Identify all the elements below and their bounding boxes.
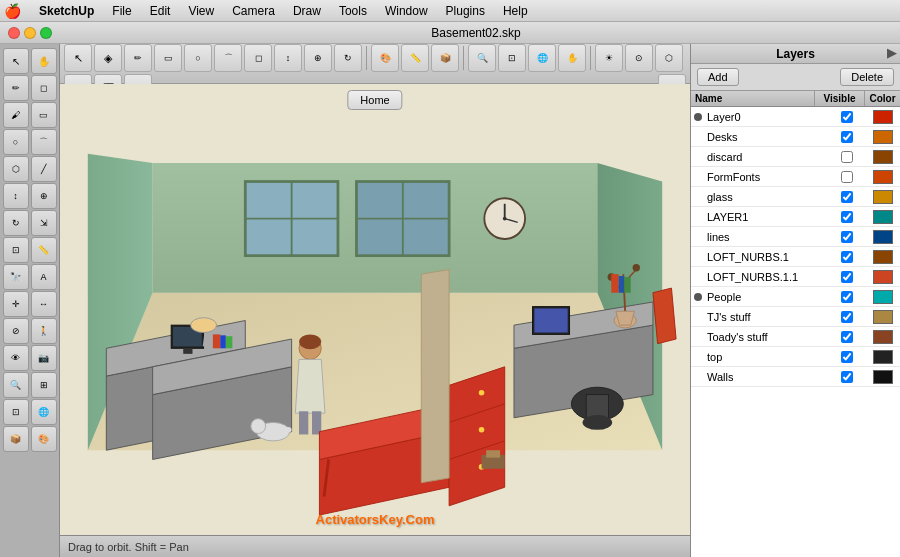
zoom-extents-tool[interactable]: ⊡ (3, 399, 29, 425)
add-layer-button[interactable]: Add (697, 68, 739, 86)
pan-tool[interactable]: ✋ (31, 48, 57, 74)
tb-orbit[interactable]: 🌐 (528, 44, 556, 72)
menu-edit[interactable]: Edit (142, 2, 179, 20)
text-tool[interactable]: A (31, 264, 57, 290)
layer-color-swatch[interactable] (865, 190, 900, 204)
tb-erase[interactable]: ◻ (244, 44, 272, 72)
layer-row[interactable]: LOFT_NURBS.1.1 (691, 267, 900, 287)
maximize-button[interactable] (40, 27, 52, 39)
layer-row[interactable]: TJ's stuff (691, 307, 900, 327)
tb-pan[interactable]: ✋ (558, 44, 586, 72)
zoom-tool[interactable]: 🔍 (3, 372, 29, 398)
layer-visibility-checkbox[interactable] (829, 171, 865, 183)
rotate-tool[interactable]: ↻ (3, 210, 29, 236)
layer-color-swatch[interactable] (865, 230, 900, 244)
layer-row[interactable]: discard (691, 147, 900, 167)
position-camera-tool[interactable]: 📷 (31, 345, 57, 371)
component-tool[interactable]: 📦 (3, 426, 29, 452)
layer-color-swatch[interactable] (865, 290, 900, 304)
layer-color-swatch[interactable] (865, 330, 900, 344)
layer-row[interactable]: Walls (691, 367, 900, 387)
tb-move[interactable]: ⊕ (304, 44, 332, 72)
layer-row[interactable]: People (691, 287, 900, 307)
tb-rect[interactable]: ▭ (154, 44, 182, 72)
layer-visibility-checkbox[interactable] (829, 251, 865, 263)
walk-tool[interactable]: 🚶 (31, 318, 57, 344)
tb-shadow[interactable]: ☀ (595, 44, 623, 72)
material-tool[interactable]: 🎨 (31, 426, 57, 452)
layer-visibility-checkbox[interactable] (829, 211, 865, 223)
tb-circle[interactable]: ○ (184, 44, 212, 72)
layer-row[interactable]: FormFonts (691, 167, 900, 187)
viewport[interactable]: Home (60, 84, 690, 557)
tb-make-component[interactable]: ◈ (94, 44, 122, 72)
menu-window[interactable]: Window (377, 2, 436, 20)
tb-paint[interactable]: 🎨 (371, 44, 399, 72)
tb-wireframe[interactable]: ⬡ (655, 44, 683, 72)
push-pull-tool[interactable]: ↕ (3, 183, 29, 209)
layer-color-swatch[interactable] (865, 170, 900, 184)
line-tool[interactable]: ╱ (31, 156, 57, 182)
tb-xray[interactable]: ⊙ (625, 44, 653, 72)
layer-color-swatch[interactable] (865, 130, 900, 144)
layer-row[interactable]: top (691, 347, 900, 367)
paint-tool[interactable]: 🖌 (3, 102, 29, 128)
protractor-tool[interactable]: 🔭 (3, 264, 29, 290)
layer-color-swatch[interactable] (865, 250, 900, 264)
layer-row[interactable]: Desks (691, 127, 900, 147)
select-tool[interactable]: ↖ (3, 48, 29, 74)
layer-visibility-checkbox[interactable] (829, 131, 865, 143)
pencil-tool[interactable]: ✏ (3, 75, 29, 101)
tb-tape[interactable]: 📏 (401, 44, 429, 72)
dim-tool[interactable]: ↔ (31, 291, 57, 317)
rect-tool[interactable]: ▭ (31, 102, 57, 128)
layer-visibility-checkbox[interactable] (829, 271, 865, 283)
layer-row[interactable]: lines (691, 227, 900, 247)
delete-layer-button[interactable]: Delete (840, 68, 894, 86)
move-tool[interactable]: ⊕ (31, 183, 57, 209)
layer-color-swatch[interactable] (865, 150, 900, 164)
layer-color-swatch[interactable] (865, 310, 900, 324)
tape-tool[interactable]: 📏 (31, 237, 57, 263)
layer-color-swatch[interactable] (865, 270, 900, 284)
layer-visibility-checkbox[interactable] (829, 291, 865, 303)
menu-help[interactable]: Help (495, 2, 536, 20)
polygon-tool[interactable]: ⬡ (3, 156, 29, 182)
layer-color-swatch[interactable] (865, 210, 900, 224)
layer-row[interactable]: LOFT_NURBS.1 (691, 247, 900, 267)
layer-visibility-checkbox[interactable] (829, 331, 865, 343)
panel-arrow-icon[interactable]: ▶ (887, 46, 896, 60)
layer-row[interactable]: Toady's stuff (691, 327, 900, 347)
offset-tool[interactable]: ⊡ (3, 237, 29, 263)
layer-visibility-checkbox[interactable] (829, 231, 865, 243)
arc-tool[interactable]: ⌒ (31, 129, 57, 155)
layer-visibility-checkbox[interactable] (829, 351, 865, 363)
tb-rotate[interactable]: ↻ (334, 44, 362, 72)
layer-visibility-checkbox[interactable] (829, 311, 865, 323)
app-name[interactable]: SketchUp (31, 2, 102, 20)
layer-visibility-checkbox[interactable] (829, 371, 865, 383)
tb-select[interactable]: ↖ (64, 44, 92, 72)
layer-row[interactable]: LAYER1 (691, 207, 900, 227)
menu-plugins[interactable]: Plugins (438, 2, 493, 20)
home-button[interactable]: Home (347, 90, 402, 110)
layer-visibility-checkbox[interactable] (829, 191, 865, 203)
orbit-tool[interactable]: 🌐 (31, 399, 57, 425)
tb-component[interactable]: 📦 (431, 44, 459, 72)
layer-row[interactable]: Layer0 (691, 107, 900, 127)
minimize-button[interactable] (24, 27, 36, 39)
circle-tool[interactable]: ○ (3, 129, 29, 155)
layer-visibility-checkbox[interactable] (829, 111, 865, 123)
tb-arc[interactable]: ⌒ (214, 44, 242, 72)
scale-tool[interactable]: ⇲ (31, 210, 57, 236)
menu-camera[interactable]: Camera (224, 2, 283, 20)
menu-tools[interactable]: Tools (331, 2, 375, 20)
layer-color-swatch[interactable] (865, 350, 900, 364)
tb-zoom-ext[interactable]: ⊡ (498, 44, 526, 72)
layer-row[interactable]: glass (691, 187, 900, 207)
menu-file[interactable]: File (104, 2, 139, 20)
menu-draw[interactable]: Draw (285, 2, 329, 20)
apple-menu-icon[interactable]: 🍎 (4, 3, 21, 19)
close-button[interactable] (8, 27, 20, 39)
tb-zoom[interactable]: 🔍 (468, 44, 496, 72)
